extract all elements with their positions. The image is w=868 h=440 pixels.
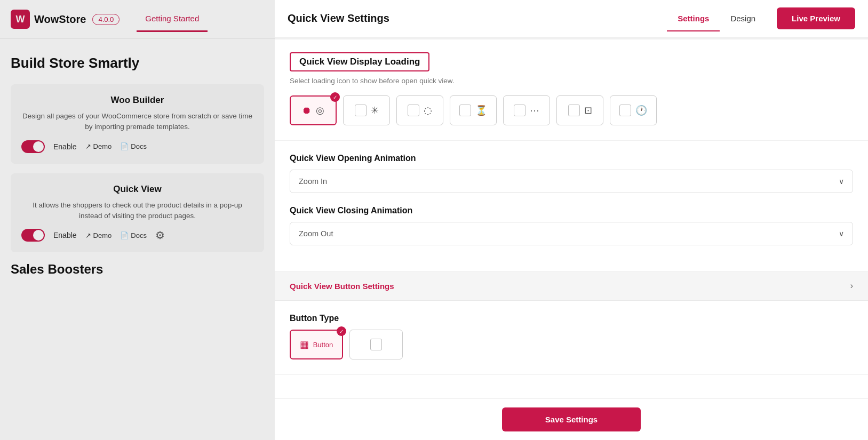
icon-option-1[interactable]: ✓ ⏺ ◎ <box>290 95 337 125</box>
section-heading-box: Quick View Display Loading <box>290 52 429 71</box>
opening-animation-select[interactable]: Zoom In ∨ <box>290 170 853 193</box>
left-nav: Getting Started <box>137 6 208 32</box>
left-header: W WowStore 4.0.0 Getting Started <box>0 0 275 39</box>
logo-text: WowStore <box>34 13 86 26</box>
checkbox-7 <box>619 105 631 116</box>
quick-view-toggle[interactable] <box>21 229 45 242</box>
woo-builder-demo-link[interactable]: ↗ Demo <box>85 142 112 150</box>
modal: Quick View Settings Settings Design Live… <box>275 0 868 440</box>
modal-body: Quick View Display Loading Select loadin… <box>275 37 868 398</box>
chevron-right-icon: › <box>850 281 853 291</box>
checkbox-6 <box>568 105 580 116</box>
main-title: Build Store Smartly <box>11 55 264 71</box>
modal-tabs: Settings Design <box>667 10 766 27</box>
live-preview-button[interactable]: Live Preview <box>777 7 855 29</box>
check-badge-button: ✓ <box>337 326 346 336</box>
animation-section: Quick View Opening Animation Zoom In ∨ Q… <box>275 141 868 271</box>
button-settings-collapsible[interactable]: Quick View Button Settings › <box>275 271 868 301</box>
external-link-icon: ↗ <box>85 231 91 239</box>
section-subtext: Select loading icon to show before open … <box>290 77 853 85</box>
icon-options: ✓ ⏺ ◎ ✳ ◌ <box>290 95 853 125</box>
woo-builder-card: Woo Builder Design all pages of your Woo… <box>11 84 264 164</box>
button-type-option-icon[interactable] <box>349 330 403 359</box>
quick-view-enable-label: Enable <box>53 231 77 239</box>
quick-view-demo-link[interactable]: ↗ Demo <box>85 231 112 239</box>
modal-footer: Save Settings <box>275 398 868 440</box>
left-panel: W WowStore 4.0.0 Getting Started Build S… <box>0 0 275 440</box>
checkbox-3 <box>408 105 419 116</box>
button-type-option-button[interactable]: ✓ ▦ Button <box>290 330 343 359</box>
nav-getting-started[interactable]: Getting Started <box>137 6 208 32</box>
woo-builder-docs-link[interactable]: 📄 Docs <box>120 142 147 150</box>
icon-sym-spin7: 🕐 <box>635 105 647 116</box>
closing-animation-value: Zoom Out <box>299 229 333 238</box>
icon-option-3[interactable]: ◌ <box>396 95 443 125</box>
doc-icon: 📄 <box>120 142 129 150</box>
logo-area: W WowStore <box>11 10 86 29</box>
closing-animation-select[interactable]: Zoom Out ∨ <box>290 222 853 245</box>
quick-view-actions: Enable ↗ Demo 📄 Docs ⚙ <box>21 229 253 242</box>
collapsible-title: Quick View Button Settings <box>290 282 394 291</box>
icon-sym-spin2: ✳ <box>371 105 379 116</box>
woo-builder-title: Woo Builder <box>21 95 253 106</box>
checkbox-4 <box>459 105 471 116</box>
quick-view-title: Quick View <box>21 184 253 195</box>
icon-option-7[interactable]: 🕐 <box>610 95 657 125</box>
modal-header: Quick View Settings Settings Design Live… <box>275 0 868 37</box>
woo-builder-actions: Enable ↗ Demo 📄 Docs <box>21 140 253 153</box>
checkbox-2 <box>355 105 367 116</box>
chevron-down-icon-2: ∨ <box>839 229 844 238</box>
quick-view-desc: It allows the shoppers to check out the … <box>21 200 253 222</box>
chevron-down-icon: ∨ <box>839 177 844 186</box>
quick-view-card: Quick View It allows the shoppers to che… <box>11 173 264 253</box>
opening-animation-field: Quick View Opening Animation Zoom In ∨ <box>290 154 853 193</box>
checkbox-5 <box>514 105 525 116</box>
icon-sym-spin6: ⊡ <box>584 105 592 116</box>
external-link-icon: ↗ <box>85 142 91 150</box>
icon-sym-spin1: ◎ <box>316 105 324 116</box>
icon-sym-spin3: ◌ <box>424 105 432 116</box>
right-panel: Quick View Settings Settings Design Live… <box>275 0 868 440</box>
checkbox-icon <box>370 339 382 350</box>
opening-animation-value: Zoom In <box>299 177 327 186</box>
icon-option-2[interactable]: ✳ <box>343 95 390 125</box>
save-settings-button[interactable]: Save Settings <box>502 407 641 431</box>
doc-icon: 📄 <box>120 231 129 239</box>
logo-icon: W <box>11 10 30 29</box>
gear-icon[interactable]: ⚙ <box>155 229 165 242</box>
button-type-label-text: Button <box>313 341 333 349</box>
icon-sym-spin4: ⏳ <box>475 105 487 116</box>
closing-animation-label: Quick View Closing Animation <box>290 206 853 215</box>
version-badge: 4.0.0 <box>92 14 120 25</box>
woo-builder-desc: Design all pages of your WooCommerce sto… <box>21 111 253 133</box>
button-type-icon: ▦ <box>300 339 309 350</box>
icon-option-4[interactable]: ⏳ <box>450 95 497 125</box>
icon-sym-spin5: ⋯ <box>530 105 539 116</box>
tab-design[interactable]: Design <box>720 10 766 27</box>
check-badge: ✓ <box>330 92 340 102</box>
tab-settings[interactable]: Settings <box>667 10 720 27</box>
display-loading-section: Quick View Display Loading Select loadin… <box>275 39 868 141</box>
woo-builder-toggle[interactable] <box>21 140 45 153</box>
icon-sym-radio: ⏺ <box>302 105 312 116</box>
modal-title: Quick View Settings <box>288 12 667 25</box>
closing-animation-field: Quick View Closing Animation Zoom Out ∨ <box>290 206 853 245</box>
button-type-options: ✓ ▦ Button <box>290 330 853 359</box>
quick-view-docs-link[interactable]: 📄 Docs <box>120 231 147 239</box>
button-type-label: Button Type <box>290 314 853 323</box>
opening-animation-label: Quick View Opening Animation <box>290 154 853 163</box>
icon-option-6[interactable]: ⊡ <box>556 95 603 125</box>
sales-boosters-title: Sales Boosters <box>11 262 264 277</box>
section-heading-text: Quick View Display Loading <box>299 57 420 67</box>
woo-builder-enable-label: Enable <box>53 142 77 151</box>
button-type-section: Button Type ✓ ▦ Button <box>275 301 868 375</box>
left-content: Build Store Smartly Woo Builder Design a… <box>0 39 275 293</box>
icon-option-5[interactable]: ⋯ <box>503 95 550 125</box>
